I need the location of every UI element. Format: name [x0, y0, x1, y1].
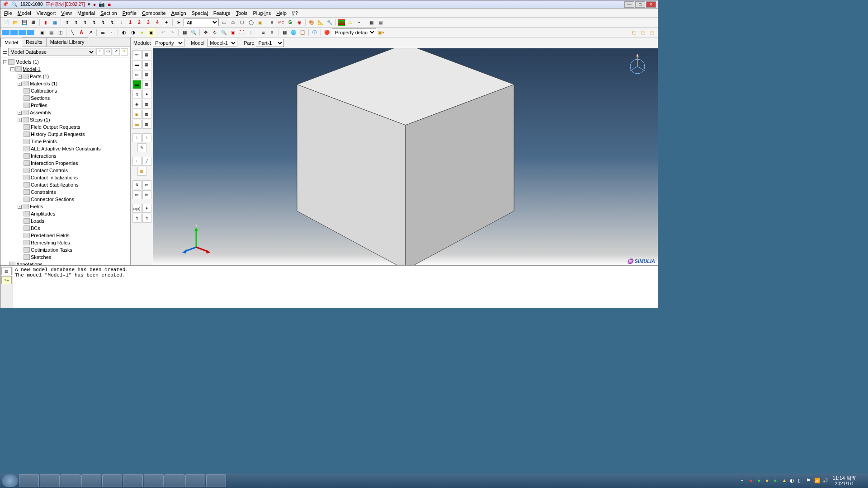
taskbar-item-1[interactable]	[19, 474, 39, 487]
render-2-icon[interactable]	[10, 30, 18, 35]
tray-icon-2[interactable]: ●	[749, 478, 755, 484]
tree-item[interactable]: BCs	[0, 225, 130, 232]
tray-icon-6[interactable]: ▲	[782, 478, 788, 484]
render-4-icon[interactable]	[27, 30, 34, 35]
view-tool-2-icon[interactable]: ▤	[47, 28, 55, 37]
tree-item[interactable]: Connector Sections	[0, 196, 130, 203]
tree-item[interactable]: Sections	[0, 94, 130, 102]
tool-orientation-icon[interactable]: ↯	[132, 90, 142, 99]
csys-3-icon[interactable]: ↯	[81, 19, 89, 27]
db-nav-icon[interactable]: ↗	[113, 48, 120, 56]
tool-create-section-icon[interactable]: ▬	[132, 60, 142, 69]
taskbar-item-7[interactable]	[144, 474, 164, 487]
tree-item[interactable]: -Model-1	[0, 66, 130, 73]
tool-profile-icon[interactable]: ✎	[137, 143, 146, 152]
tool-composite-mgr-icon[interactable]: ▦	[142, 80, 151, 89]
csys-2-icon[interactable]: ↯	[72, 19, 80, 27]
view-2-button[interactable]: 2	[135, 19, 143, 27]
shade-2-icon[interactable]: ◑	[129, 28, 137, 37]
save-icon[interactable]: 💾	[20, 19, 28, 27]
tool-partition-2-icon[interactable]: ▭	[142, 180, 151, 189]
view-tool-1-icon[interactable]: ▣	[38, 28, 46, 37]
tool-create-material-icon[interactable]: ✏	[132, 50, 142, 59]
tree-item[interactable]: Time Points	[0, 138, 130, 145]
tree-item[interactable]: Interaction Properties	[0, 160, 130, 167]
tree-item[interactable]: +Parts (1)	[0, 73, 130, 80]
search-icon[interactable]: 🔍	[11, 1, 18, 7]
g-icon[interactable]: G	[286, 19, 294, 27]
menu-profile[interactable]: Profile	[123, 10, 137, 16]
tray-icon-1[interactable]: ▪	[741, 478, 747, 484]
model-tree[interactable]: -Models (1)-Model-1+Parts (1)+Materials …	[0, 57, 130, 265]
circles-icon[interactable]: ⚬	[355, 19, 363, 27]
taskbar-item-10[interactable]	[206, 474, 226, 487]
list-2-icon[interactable]: ⋮	[108, 28, 116, 37]
shade-1-icon[interactable]: ◐	[120, 28, 128, 37]
tree-item[interactable]: History Output Requests	[0, 131, 130, 138]
tree-item[interactable]: Contact Initializations	[0, 174, 130, 181]
taskbar-item-6[interactable]	[123, 474, 143, 487]
tree-item[interactable]: Sketches	[0, 253, 130, 261]
view-3-button[interactable]: 3	[144, 19, 152, 27]
tool-stringer-mgr-icon[interactable]: ▦	[142, 120, 151, 129]
minimize-button[interactable]: —	[624, 1, 634, 8]
mc-icon[interactable]: MC	[277, 19, 285, 27]
zoom-box-icon[interactable]: ▣	[229, 28, 237, 37]
tree-item[interactable]: +Materials (1)	[0, 80, 130, 87]
tab-model[interactable]: Model	[0, 38, 22, 47]
taskbar-item-2[interactable]	[40, 474, 60, 487]
tree-item[interactable]: Contact Controls	[0, 167, 130, 174]
view-tool-3-icon[interactable]: ◫	[56, 28, 64, 37]
tree-item[interactable]: Constraints	[0, 188, 130, 196]
tray-network-icon[interactable]: 📶	[814, 478, 821, 484]
tool-datum-axis-icon[interactable]: ╱	[142, 157, 151, 166]
tree-item[interactable]: Contact Stabilizations	[0, 181, 130, 188]
tree-item[interactable]: Interactions	[0, 152, 130, 160]
rotate-icon[interactable]: ↻	[211, 28, 219, 37]
db-bulb-icon[interactable]: ✦	[121, 48, 128, 56]
csys-6-icon[interactable]: ↯	[108, 19, 116, 27]
redo-icon[interactable]: ↷	[168, 28, 176, 37]
3d-viewport[interactable]: Y X Z ♒ SIMULIA	[153, 48, 658, 265]
clock[interactable]: 11:14 周五 2021/1/1	[832, 475, 856, 486]
color-cube-icon[interactable]: ▣▾	[377, 28, 385, 37]
tree-item[interactable]: Field Output Requests	[0, 123, 130, 131]
stop-icon[interactable]: ■	[108, 2, 111, 7]
database-select[interactable]: Model Database	[8, 48, 95, 56]
tool-stringer-icon[interactable]: ▬	[132, 120, 142, 129]
zoom-window-icon[interactable]: 🔍	[189, 28, 198, 37]
tab-results[interactable]: Results	[22, 38, 47, 47]
zoom-icon[interactable]: 🔍	[220, 28, 228, 37]
grid-a-icon[interactable]: ▦	[367, 19, 375, 27]
mirror-icon[interactable]: ▮	[42, 19, 50, 27]
tool-composite-icon[interactable]: ▬	[132, 80, 142, 89]
partition-icon[interactable]: ≡	[268, 19, 276, 27]
persp-1-icon[interactable]: ◱	[630, 28, 638, 37]
taskbar-item-8[interactable]	[165, 474, 184, 487]
tool-skin-mgr-icon[interactable]: ▦	[142, 110, 151, 119]
camera-icon[interactable]: 📷	[99, 1, 105, 7]
persp-3-icon[interactable]: ◳	[648, 28, 656, 37]
print-icon[interactable]: 🖶	[29, 19, 38, 27]
tool-rebar-icon[interactable]: ✚	[132, 100, 142, 109]
db-filter-icon[interactable]: ▭	[104, 48, 112, 56]
chart-icon[interactable]	[338, 19, 345, 26]
fit-icon[interactable]: ▦	[180, 28, 189, 37]
open-icon[interactable]: 📂	[11, 19, 19, 27]
new-icon[interactable]: 📄	[2, 19, 10, 27]
tool-section-manager-icon[interactable]: ▦	[142, 60, 151, 69]
tool-beam-icon[interactable]: ⊥	[132, 133, 142, 142]
db-up-icon[interactable]: ↑	[96, 48, 104, 56]
msg-tab-cmd-icon[interactable]: »»	[1, 276, 12, 284]
menu-file[interactable]: File	[4, 10, 12, 16]
tool-material-manager-icon[interactable]: ▦	[142, 50, 151, 59]
info-icon[interactable]: ⓘ	[311, 28, 319, 37]
start-button[interactable]	[2, 474, 18, 487]
shade-4-icon[interactable]: ▣	[147, 28, 155, 37]
color-mode-select[interactable]: Property defaults	[332, 28, 376, 36]
undo-icon[interactable]: ↶	[159, 28, 167, 37]
render-3-icon[interactable]	[19, 30, 26, 35]
tree-item[interactable]: Calibrations	[0, 87, 130, 94]
pan-icon[interactable]: ✥	[202, 28, 210, 37]
menu-assign[interactable]: Assign	[171, 10, 186, 16]
